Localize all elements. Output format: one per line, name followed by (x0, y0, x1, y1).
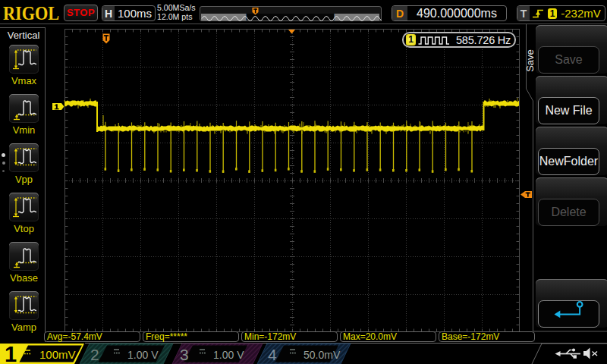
svg-text:100mV: 100mV (39, 348, 76, 361)
svg-text:1.00 V: 1.00 V (127, 349, 159, 361)
svg-text:1.00 V: 1.00 V (213, 349, 244, 361)
svg-text:3: 3 (180, 346, 189, 363)
svg-text:4: 4 (268, 346, 277, 363)
svg-text:50.0mV: 50.0mV (304, 349, 341, 361)
svg-text:2: 2 (90, 346, 99, 363)
svg-text:1: 1 (5, 343, 17, 364)
